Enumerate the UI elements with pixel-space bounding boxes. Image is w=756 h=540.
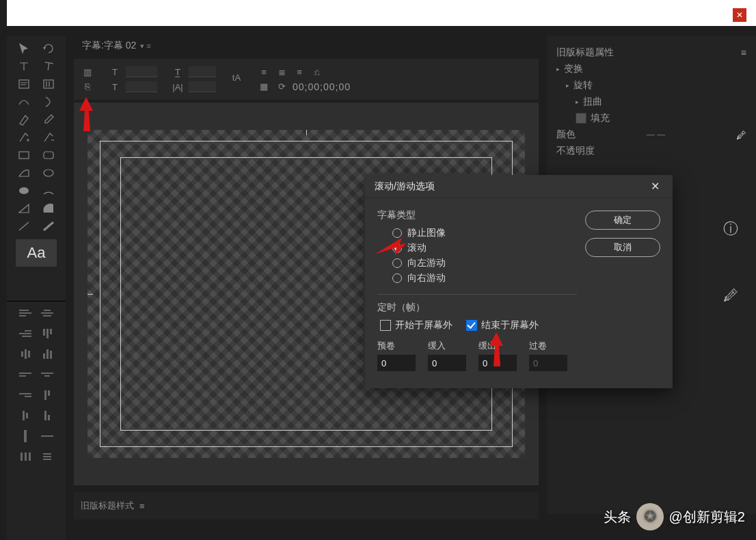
align-center-v[interactable] — [18, 347, 33, 362]
tab-menu-icon[interactable]: ▾ ≡ — [140, 42, 150, 51]
center-h-icon[interactable] — [18, 429, 33, 444]
distribute-right[interactable] — [18, 388, 33, 403]
leading-icon[interactable]: tA — [230, 72, 243, 83]
font-style-input[interactable] — [126, 81, 157, 92]
filled-ellipse-tool[interactable] — [14, 183, 34, 198]
panel-menu-icon[interactable]: ≡ — [741, 47, 746, 58]
distribute-vcenter[interactable] — [18, 408, 33, 423]
line-tool[interactable] — [14, 219, 34, 234]
arc-tool[interactable] — [38, 183, 59, 198]
fill-swatch[interactable] — [576, 113, 586, 124]
kerning-input[interactable] — [189, 81, 216, 92]
vertical-path-type-tool[interactable] — [38, 94, 59, 109]
tab-stops-icon[interactable]: ⎌ — [310, 67, 324, 77]
input-preroll[interactable] — [377, 355, 416, 371]
show-video-icon[interactable]: ▦ — [257, 81, 271, 92]
prop-fill[interactable]: 填充 — [591, 112, 610, 124]
watermark-avatar-icon: ✪ — [636, 503, 664, 530]
rectangle-tool[interactable] — [14, 148, 34, 163]
area-type-tool[interactable] — [14, 77, 34, 92]
twist-icon[interactable]: ▸ — [576, 98, 579, 105]
triangle-tool[interactable] — [14, 201, 34, 216]
input-postroll — [529, 355, 567, 371]
align-top[interactable] — [40, 326, 55, 341]
ok-button[interactable]: 确定 — [585, 211, 660, 230]
cancel-button[interactable]: 取消 — [585, 238, 660, 257]
prop-transform[interactable]: 变换 — [564, 63, 583, 75]
svg-rect-2 — [19, 152, 29, 159]
sync-icon[interactable]: ⟳ — [275, 81, 288, 92]
col-preroll: 预卷 — [377, 340, 416, 352]
input-easein[interactable] — [428, 355, 466, 371]
kerning-icon[interactable]: |A| — [171, 82, 185, 92]
distribute-top[interactable] — [40, 388, 55, 403]
rotate-tool[interactable] — [38, 41, 59, 56]
distribute-spacing-h[interactable] — [18, 449, 33, 464]
dialog-close-button[interactable]: ✕ — [647, 178, 663, 195]
tab-title[interactable]: 字幕:字幕 02 — [82, 40, 136, 52]
eyedropper-icon-2[interactable]: 🖉 — [723, 287, 738, 305]
align-left[interactable] — [18, 306, 33, 321]
twist-icon[interactable]: ▸ — [566, 82, 569, 89]
prop-opacity[interactable]: 不透明度 — [556, 145, 595, 157]
eyedropper-tool[interactable] — [38, 112, 59, 127]
filled-line-tool[interactable] — [38, 219, 59, 234]
styles-menu-icon[interactable]: ≡ — [139, 501, 145, 511]
styles-label: 旧版标题样式 — [81, 500, 134, 512]
align-right[interactable] — [18, 326, 33, 341]
watermark: 头条 ✪ @创新剪辑2 — [604, 503, 745, 530]
prop-rotate[interactable]: 旋转 — [573, 79, 593, 92]
radio-still[interactable]: 静止图像 — [392, 227, 577, 239]
distribute-hcenter[interactable] — [40, 367, 55, 382]
filled-arc-tool[interactable] — [38, 201, 59, 216]
vertical-type-tool[interactable] — [38, 59, 59, 74]
radio-crawl-right[interactable]: 向右游动 — [392, 272, 577, 284]
template-icon[interactable]: ⎘ — [81, 81, 94, 92]
distribute-spacing-v[interactable] — [40, 449, 55, 464]
right-extra-icons: ⓘ 🖉 — [723, 219, 738, 305]
vertical-area-type-tool[interactable] — [38, 77, 59, 92]
pen-tool[interactable] — [14, 112, 34, 127]
type-tool[interactable] — [14, 59, 34, 74]
close-window-button[interactable]: ✕ — [733, 8, 746, 22]
distribute-bottom[interactable] — [40, 408, 55, 423]
titler-tab-header: 字幕:字幕 02 ▾ ≡ — [74, 36, 539, 56]
input-easeout[interactable] — [478, 355, 517, 371]
info-icon[interactable]: ⓘ — [723, 219, 738, 239]
wedge-tool[interactable] — [14, 165, 34, 180]
chk-start-offscreen[interactable]: 开始于屏幕外 — [380, 319, 453, 332]
col-easein: 缓入 — [428, 340, 466, 352]
prop-fill-color[interactable]: 颜色 — [556, 129, 576, 141]
align-center-icon[interactable]: ≣ — [275, 67, 288, 77]
roll-options-icon[interactable]: ▥ — [81, 67, 94, 77]
bold-icon[interactable]: T̲ — [171, 67, 185, 77]
radio-roll[interactable]: 滚动 — [392, 242, 577, 254]
ellipse-tool[interactable] — [38, 165, 59, 180]
selection-tool[interactable] — [14, 41, 34, 56]
title-styles-strip: 旧版标题样式 ≡ — [74, 492, 539, 519]
align-bottom[interactable] — [40, 347, 55, 362]
delete-anchor-tool[interactable] — [38, 130, 59, 145]
timecode-display[interactable]: 00;00;00;00 — [293, 81, 351, 92]
type-style-big[interactable]: Aa — [16, 239, 57, 267]
align-center-h[interactable] — [40, 306, 55, 321]
font-size-input[interactable] — [189, 66, 216, 77]
eyedropper-icon[interactable]: 🖉 — [736, 129, 746, 141]
svg-rect-0 — [19, 80, 29, 88]
watermark-user: @创新剪辑2 — [669, 508, 745, 526]
align-right-icon[interactable]: ≡ — [293, 67, 306, 77]
prop-distort[interactable]: 扭曲 — [583, 96, 602, 108]
center-v-icon[interactable] — [40, 429, 55, 444]
add-anchor-tool[interactable] — [14, 130, 34, 145]
rounded-rectangle-tool[interactable] — [38, 148, 59, 163]
font-family-input[interactable] — [126, 66, 157, 77]
distribute-left[interactable] — [18, 367, 33, 382]
radio-crawl-left[interactable]: 向左游动 — [392, 257, 577, 269]
twist-icon[interactable]: ▸ — [556, 66, 560, 72]
align-left-icon[interactable]: ≡ — [257, 67, 271, 77]
properties-title: 旧版标题属性 — [556, 46, 614, 59]
dash-value: — — — [647, 130, 665, 139]
chk-end-offscreen[interactable]: 结束于屏幕外 — [466, 319, 539, 332]
path-type-tool[interactable] — [14, 94, 34, 109]
col-postroll: 过卷 — [529, 340, 567, 352]
